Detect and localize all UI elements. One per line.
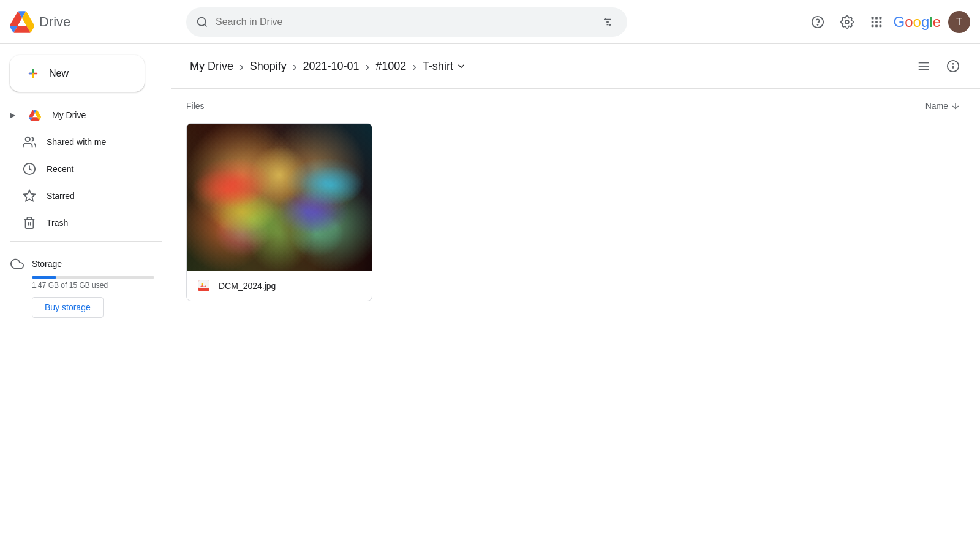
sort-arrow-icon [951,101,960,111]
breadcrumb-date[interactable]: 2021-10-01 [299,58,363,75]
svg-rect-19 [879,24,881,27]
apps-grid-icon [870,15,883,29]
settings-button[interactable] [835,10,859,34]
breadcrumb-actions [911,54,965,78]
info-button[interactable] [941,54,965,78]
svg-rect-16 [879,21,881,23]
svg-rect-12 [875,17,878,19]
expand-icon: ▶ [10,111,15,119]
help-icon [811,15,824,29]
storage-usage-text: 1.47 GB of 15 GB used [32,281,162,290]
svg-rect-18 [875,24,878,27]
thumbnail-image [187,124,372,271]
clock-icon [22,162,37,176]
image-file-icon [197,279,211,293]
svg-point-10 [845,20,849,24]
help-button[interactable] [805,10,830,34]
search-icon [196,16,208,28]
buy-storage-button[interactable]: Buy storage [32,297,104,318]
storage-bar-container [32,276,162,279]
sidebar-item-label: My Drive [52,110,86,120]
apps-button[interactable] [864,10,889,34]
breadcrumb-bar: My Drive › Shopify › 2021-10-01 › #1002 … [172,44,980,89]
new-button-label: New [49,68,69,79]
drive-nav-icon [28,108,42,122]
nav-divider [10,241,162,242]
drive-logo-icon [10,10,34,34]
trash-icon [22,216,37,230]
svg-rect-14 [871,21,873,23]
svg-point-6 [607,21,609,23]
gear-icon [840,15,854,29]
breadcrumb: My Drive › Shopify › 2021-10-01 › #1002 … [186,58,470,75]
app-body: New ▶ My Drive [0,44,980,551]
sidebar-item-label: Starred [47,191,75,201]
search-input[interactable] [216,17,590,28]
svg-point-7 [609,24,611,26]
star-icon [22,189,37,203]
logo-area: Drive [10,10,181,34]
svg-point-5 [605,18,606,20]
svg-line-1 [205,24,207,26]
svg-rect-15 [875,21,878,23]
sort-label: Name [925,101,948,111]
breadcrumb-my-drive[interactable]: My Drive [186,58,237,75]
breadcrumb-sep-2: › [293,59,297,73]
files-grid: DCM_2024.jpg [186,123,965,301]
sidebar-item-label: Recent [47,164,74,174]
storage-section: Storage 1.47 GB of 15 GB used Buy storag… [0,247,172,318]
storage-bar [32,276,154,279]
sidebar-item-starred[interactable]: Starred [0,182,162,209]
sidebar-item-label: Trash [47,218,68,228]
filter-icon [602,17,613,28]
info-icon [946,59,960,73]
list-view-button[interactable] [911,54,936,78]
chevron-down-icon [456,61,467,72]
storage-label: Storage [10,257,162,271]
cloud-icon [10,257,24,271]
breadcrumb-sep-4: › [412,59,417,73]
files-section-label: Files [186,101,205,111]
sidebar-item-recent[interactable]: Recent [0,156,162,182]
new-plus-icon [24,65,42,82]
breadcrumb-order[interactable]: #1002 [372,58,410,75]
breadcrumb-current-label: T-shirt [423,60,453,73]
filter-options-button[interactable] [598,12,617,32]
svg-point-0 [198,17,206,25]
people-icon [22,135,37,149]
svg-rect-13 [879,17,881,19]
sidebar-item-shared[interactable]: Shared with me [0,129,162,156]
header-right: Google T [805,10,970,34]
list-view-icon [917,59,930,73]
app-header: Drive [0,0,980,44]
sidebar: New ▶ My Drive [0,44,172,551]
sidebar-item-my-drive[interactable]: ▶ My Drive [0,102,162,129]
file-card[interactable]: DCM_2024.jpg [186,123,372,301]
svg-marker-26 [24,190,35,201]
files-header: Files Name [186,99,965,113]
breadcrumb-current[interactable]: T-shirt [419,58,470,75]
sidebar-item-label: Shared with me [47,137,106,147]
files-area: Files Name [172,89,980,551]
svg-point-38 [202,283,203,285]
svg-point-24 [26,137,30,141]
sort-button[interactable]: Name [921,99,965,113]
breadcrumb-sep-1: › [239,59,244,73]
main-content: My Drive › Shopify › 2021-10-01 › #1002 … [172,44,980,551]
storage-bar-fill [32,276,56,279]
file-info: DCM_2024.jpg [187,271,372,301]
file-name: DCM_2024.jpg [219,281,276,291]
avatar[interactable]: T [948,11,970,33]
file-thumbnail [187,124,372,271]
sidebar-item-trash[interactable]: Trash [0,209,162,236]
google-wordmark: Google [894,13,941,31]
app-title: Drive [39,14,70,30]
breadcrumb-shopify[interactable]: Shopify [246,58,290,75]
svg-rect-11 [871,17,873,19]
svg-rect-37 [198,280,209,288]
breadcrumb-sep-3: › [365,59,369,73]
search-bar[interactable] [186,7,627,37]
new-button[interactable]: New [10,55,145,92]
svg-rect-17 [871,24,873,27]
